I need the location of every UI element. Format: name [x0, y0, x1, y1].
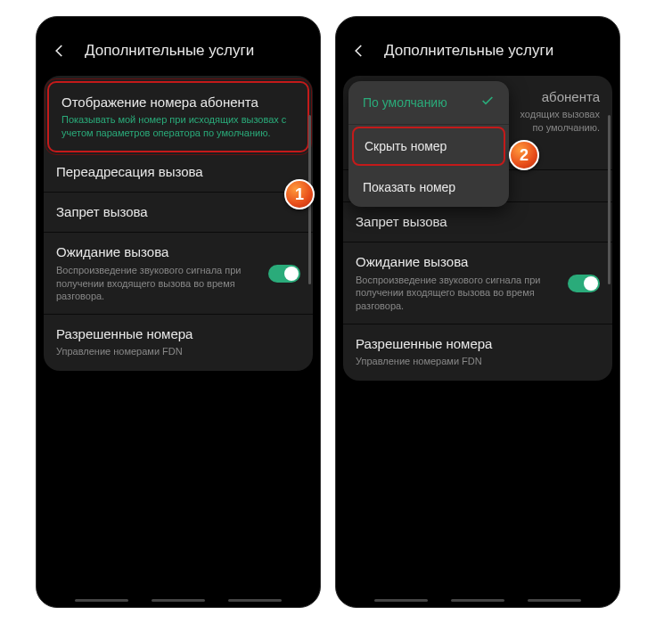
- item-title: Отображение номера абонента: [61, 94, 295, 111]
- header: Дополнительные услуги: [44, 26, 313, 76]
- screen2: Дополнительные услуги абонента ходящих в…: [343, 26, 612, 591]
- item-call-barring[interactable]: Запрет вызова: [44, 193, 313, 233]
- item-title: Разрешенные номера: [56, 325, 300, 343]
- toggle-call-waiting[interactable]: [268, 265, 300, 283]
- popup-option-label: По умолчанию: [363, 95, 447, 110]
- item-sub: Показывать мой номер при исходящих вызов…: [61, 113, 295, 140]
- popup-option-default[interactable]: По умолчанию: [348, 81, 509, 125]
- popup-option-hide[interactable]: Скрыть номер: [352, 127, 505, 166]
- nav-back-icon[interactable]: [228, 599, 282, 602]
- item-title: Разрешенные номера: [356, 335, 600, 353]
- nav-recent-icon[interactable]: [374, 599, 428, 602]
- item-call-waiting[interactable]: Ожидание вызова Воспроизведение звуковог…: [44, 233, 313, 315]
- page-title: Дополнительные услуги: [85, 42, 254, 60]
- nav-home-icon[interactable]: [152, 599, 205, 602]
- item-title: Ожидание вызова: [56, 243, 259, 261]
- check-icon: [480, 94, 495, 111]
- nav-bar: [37, 599, 320, 602]
- item-call-waiting[interactable]: Ожидание вызова Воспроизведение звуковог…: [343, 242, 612, 324]
- header: Дополнительные услуги: [343, 26, 612, 76]
- item-caller-id[interactable]: Отображение номера абонента Показывать м…: [47, 81, 309, 152]
- nav-back-icon[interactable]: [528, 599, 581, 602]
- settings-panel: Отображение номера абонента Показывать м…: [44, 76, 313, 371]
- back-icon[interactable]: [51, 42, 69, 60]
- item-title: Запрет вызова: [356, 213, 600, 231]
- back-icon[interactable]: [350, 42, 368, 60]
- phone-left: Дополнительные услуги Отображение номера…: [36, 16, 321, 608]
- item-sub: Управление номерами FDN: [356, 355, 600, 368]
- toggle-call-waiting[interactable]: [568, 275, 600, 292]
- caller-id-popup: По умолчанию Скрыть номер Показать номер: [348, 81, 509, 207]
- page-title: Дополнительные услуги: [384, 42, 553, 60]
- popup-option-label: Показать номер: [363, 180, 455, 194]
- item-fdn[interactable]: Разрешенные номера Управление номерами F…: [343, 324, 612, 379]
- item-call-forwarding[interactable]: Переадресация вызова: [44, 152, 313, 193]
- nav-bar: [336, 599, 619, 602]
- nav-home-icon[interactable]: [451, 599, 504, 602]
- screen1: Дополнительные услуги Отображение номера…: [44, 26, 313, 591]
- scrollbar[interactable]: [608, 115, 611, 284]
- step-marker-2: 2: [509, 140, 539, 170]
- item-sub: Управление номерами FDN: [56, 345, 300, 358]
- item-title: Запрет вызова: [56, 203, 300, 221]
- item-title: Переадресация вызова: [56, 163, 300, 181]
- nav-recent-icon[interactable]: [75, 599, 128, 602]
- popup-option-label: Скрыть номер: [365, 139, 447, 153]
- item-sub: Воспроизведение звукового сигнала при по…: [356, 274, 559, 314]
- item-fdn[interactable]: Разрешенные номера Управление номерами F…: [44, 315, 313, 369]
- phone-right: Дополнительные услуги абонента ходящих в…: [335, 16, 620, 608]
- item-call-barring[interactable]: Запрет вызова: [343, 202, 612, 242]
- popup-option-show[interactable]: Показать номер: [348, 168, 509, 207]
- item-title: Ожидание вызова: [356, 253, 559, 271]
- step-marker-1: 1: [284, 179, 315, 209]
- item-sub: Воспроизведение звукового сигнала при по…: [56, 264, 259, 304]
